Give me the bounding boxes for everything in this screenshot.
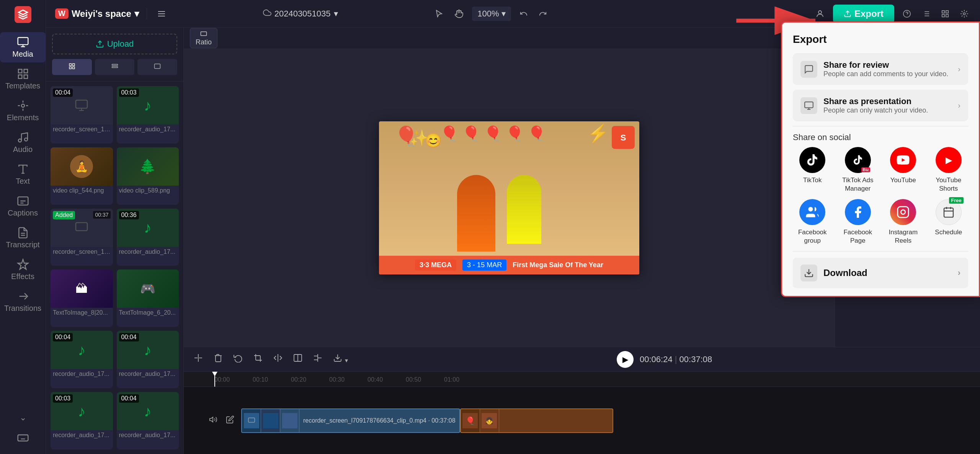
sidebar: Media Templates Elements Audio Text xyxy=(0,0,46,454)
social-item-tiktok[interactable]: TikTok xyxy=(793,147,832,193)
social-item-youtube-shorts[interactable]: ▶ YouTubeShorts xyxy=(929,147,969,193)
list-item[interactable]: 🌲 video clip_589.png xyxy=(117,147,179,205)
svg-rect-31 xyxy=(69,64,71,65)
export-button[interactable]: Export xyxy=(833,5,894,23)
svg-rect-0 xyxy=(18,38,28,45)
split-button[interactable] xyxy=(191,351,205,367)
sidebar-label-effects: Effects xyxy=(11,272,34,281)
sidebar-item-media[interactable]: Media xyxy=(0,32,46,62)
svg-rect-28 xyxy=(946,14,948,16)
hamburger-button[interactable] xyxy=(155,7,168,21)
share-review-desc: People can add comments to your video. xyxy=(823,70,952,78)
share-presentation-arrow-icon: › xyxy=(958,101,960,110)
list-item[interactable]: 00:36 ♪ recorder_audio_17... xyxy=(117,209,179,266)
playhead[interactable] xyxy=(214,372,215,387)
sidebar-item-transitions[interactable]: Transitions xyxy=(0,286,46,317)
sidebar-item-effects[interactable]: Effects xyxy=(0,255,46,285)
media-panel: Upload xyxy=(46,28,184,454)
social-item-schedule[interactable]: Free Schedule xyxy=(929,199,969,245)
sidebar-item-templates[interactable]: Templates xyxy=(0,64,46,94)
view-btn-1[interactable] xyxy=(52,59,92,75)
align-button[interactable] xyxy=(311,351,325,367)
sidebar-item-text[interactable]: Text xyxy=(0,159,46,189)
zoom-value: 100% xyxy=(477,9,499,19)
list-item[interactable]: Added 00:37 recorder_screen_17... xyxy=(51,209,113,266)
clip-label: recorder_screen_l709178766634_clip_0.mp4… xyxy=(299,417,459,424)
instagram-icon xyxy=(890,199,916,225)
export-panel: Export Share for review People can add c… xyxy=(781,21,980,297)
svg-rect-68 xyxy=(898,207,908,217)
upload-button[interactable]: Upload xyxy=(52,34,177,54)
view-btn-2[interactable] xyxy=(95,59,135,75)
split2-button[interactable] xyxy=(291,351,305,367)
user-button[interactable] xyxy=(813,7,827,21)
list-item[interactable]: 00:04 ♪ recorder_audio_17... xyxy=(117,331,179,388)
hand-tool-button[interactable] xyxy=(452,7,466,21)
undo-button[interactable] xyxy=(517,7,530,20)
export-clip-button[interactable]: ▾ xyxy=(331,351,350,367)
select-tool-button[interactable] xyxy=(432,7,446,21)
help-button[interactable] xyxy=(900,7,913,20)
file-name[interactable]: 202403051035 ▾ xyxy=(263,8,338,19)
schedule-icon: Free xyxy=(936,199,962,225)
zoom-control[interactable]: 100% ▾ xyxy=(472,7,511,21)
list-item[interactable]: 00:03 ♪ recorder_audio_17... xyxy=(117,86,179,144)
video-clip-orange[interactable]: 🎈 👧 xyxy=(460,408,613,433)
crop-button[interactable] xyxy=(251,351,265,367)
canvas-container[interactable]: 🎈 ✨ ⚡ 😊 🎈🎈🎈🎈🎈 S xyxy=(379,121,639,274)
sidebar-item-keyboard[interactable] xyxy=(0,428,46,448)
list-item[interactable]: 🎮 TextToImage_6_20... xyxy=(117,269,179,327)
social-item-instagram[interactable]: InstagramReels xyxy=(884,199,923,245)
redo-button[interactable] xyxy=(536,7,549,20)
social-item-tiktok-ads[interactable]: Biz TikTok AdsManager xyxy=(838,147,878,193)
download-label: Download xyxy=(823,268,867,278)
mirror-button[interactable] xyxy=(271,351,285,367)
list-item[interactable]: 00:04 ♪ recorder_audio_17... xyxy=(51,331,113,388)
list-item[interactable]: 🧘 video clip_544.png xyxy=(51,147,113,205)
svg-rect-4 xyxy=(24,75,27,78)
volume-button[interactable] xyxy=(207,412,220,429)
workspace-name[interactable]: W Weiyi's space ▾ xyxy=(55,8,139,19)
share-review-icon xyxy=(800,61,817,78)
tiktok-icon xyxy=(799,147,825,173)
tiktok-label: TikTok xyxy=(803,176,822,185)
list-item[interactable]: 00:04 ♪ recorder_audio_17... xyxy=(117,392,179,449)
share-review-title: Share for review xyxy=(823,60,952,70)
sidebar-item-captions[interactable]: Captions xyxy=(0,191,46,221)
video-clip[interactable]: recorder_screen_l709178766634_clip_0.mp4… xyxy=(241,408,460,433)
facebook-group-icon xyxy=(799,199,825,225)
sidebar-item-elements[interactable]: Elements xyxy=(0,96,46,126)
svg-rect-70 xyxy=(944,208,953,217)
sidebar-label-elements: Elements xyxy=(7,113,39,122)
svg-rect-63 xyxy=(805,102,813,108)
delete-button[interactable] xyxy=(211,351,225,367)
tiktok-ads-label: TikTok AdsManager xyxy=(842,176,874,193)
view-btn-3[interactable] xyxy=(137,59,177,75)
social-item-fb-page[interactable]: FacebookPage xyxy=(838,199,878,245)
workspace-name-text: Weiyi's space xyxy=(72,8,131,19)
list-item[interactable]: 🏔 TextToImage_8|20... xyxy=(51,269,113,327)
sidebar-item-collapse[interactable]: ⌄ xyxy=(0,409,46,426)
list-button[interactable] xyxy=(920,7,933,20)
sidebar-item-audio[interactable]: Audio xyxy=(0,127,46,158)
time-display: 00:06:24 | 00:37:08 xyxy=(640,354,712,364)
download-icon xyxy=(800,265,817,281)
social-item-youtube[interactable]: YouTube xyxy=(884,147,923,193)
timeline-area: ▾ ▶ 00:06:24 | 00:37:08 00:00 xyxy=(184,347,980,454)
list-item[interactable]: 00:04 recorder_screen_17... xyxy=(51,86,113,144)
settings-button[interactable] xyxy=(958,7,971,20)
social-item-fb-group[interactable]: Facebookgroup xyxy=(793,199,832,245)
share-presentation-option[interactable]: Share as presentation People can only wa… xyxy=(793,90,968,121)
share-review-option[interactable]: Share for review People can add comments… xyxy=(793,53,968,85)
replay-button[interactable] xyxy=(231,351,245,367)
sidebar-item-transcript[interactable]: Transcript xyxy=(0,223,46,253)
timeline-ruler: 00:00 00:10 00:20 00:30 00:40 00:50 01:0… xyxy=(184,372,980,387)
download-button[interactable]: Download › xyxy=(793,258,968,288)
list-item[interactable]: 00:03 ♪ recorder_audio_17... xyxy=(51,392,113,449)
svg-rect-38 xyxy=(76,100,87,108)
play-button[interactable]: ▶ xyxy=(617,351,634,368)
ratio-button[interactable]: Ratio xyxy=(190,28,217,48)
edit-button[interactable] xyxy=(224,412,237,429)
svg-point-7 xyxy=(24,138,28,141)
layout-button[interactable] xyxy=(939,7,952,20)
